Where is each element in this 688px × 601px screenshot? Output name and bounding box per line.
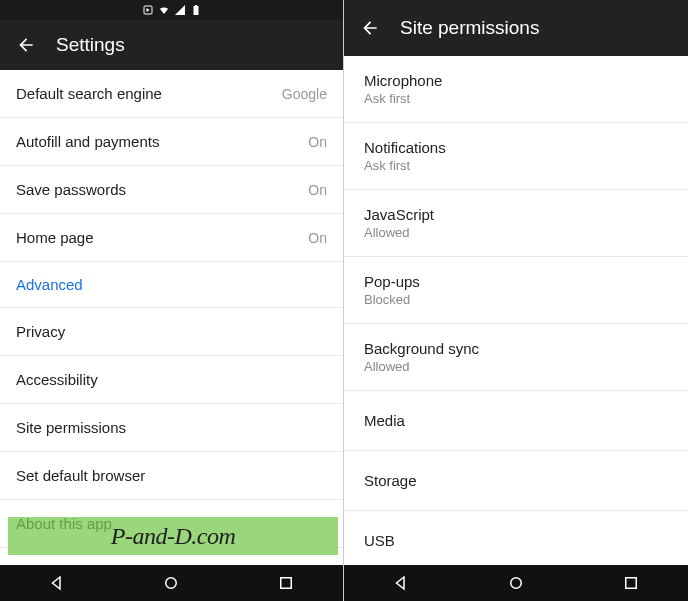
- back-arrow-icon: [16, 35, 36, 55]
- page-title: Settings: [56, 34, 125, 56]
- nav-home-icon: [162, 574, 180, 592]
- permission-background-sync[interactable]: Background sync Allowed: [344, 324, 688, 391]
- nav-bar: [0, 565, 343, 601]
- back-arrow-icon: [360, 18, 380, 38]
- permission-label: Background sync: [364, 340, 479, 357]
- setting-save-passwords[interactable]: Save passwords On: [0, 166, 343, 214]
- app-bar: Site permissions: [344, 0, 688, 56]
- setting-label: Home page: [16, 229, 94, 246]
- back-button[interactable]: [16, 35, 36, 55]
- setting-value: On: [308, 134, 327, 150]
- nav-recent[interactable]: [274, 571, 298, 595]
- nfc-icon: [142, 4, 154, 16]
- permission-notifications[interactable]: Notifications Ask first: [344, 123, 688, 190]
- permission-status: Ask first: [364, 91, 442, 106]
- setting-value: On: [308, 182, 327, 198]
- back-button[interactable]: [360, 18, 380, 38]
- setting-label: Site permissions: [16, 419, 126, 436]
- nav-home-icon: [507, 574, 525, 592]
- signal-icon: [174, 4, 186, 16]
- nav-back-icon: [392, 574, 410, 592]
- nav-home[interactable]: [159, 571, 183, 595]
- battery-icon: [190, 4, 202, 16]
- setting-set-default-browser[interactable]: Set default browser: [0, 452, 343, 500]
- setting-accessibility[interactable]: Accessibility: [0, 356, 343, 404]
- permission-label: Storage: [364, 472, 417, 489]
- permission-storage[interactable]: Storage: [344, 451, 688, 511]
- nav-recent-icon: [622, 574, 640, 592]
- nav-recent[interactable]: [619, 571, 643, 595]
- svg-rect-6: [625, 578, 636, 589]
- permission-status: Allowed: [364, 225, 434, 240]
- permission-label: Microphone: [364, 72, 442, 89]
- setting-label: About this app: [16, 515, 112, 532]
- setting-label: Accessibility: [16, 371, 98, 388]
- setting-site-permissions[interactable]: Site permissions: [0, 404, 343, 452]
- permission-label: Notifications: [364, 139, 446, 156]
- page-title: Site permissions: [400, 17, 539, 39]
- nav-bar: [344, 565, 688, 601]
- setting-autofill-payments[interactable]: Autofill and payments On: [0, 118, 343, 166]
- nav-back[interactable]: [45, 571, 69, 595]
- permission-javascript[interactable]: JavaScript Allowed: [344, 190, 688, 257]
- setting-label: Autofill and payments: [16, 133, 159, 150]
- setting-label: Default search engine: [16, 85, 162, 102]
- svg-point-5: [511, 578, 522, 589]
- settings-screen: Settings Default search engine Google Au…: [0, 0, 344, 601]
- setting-label: Set default browser: [16, 467, 145, 484]
- permission-popups[interactable]: Pop-ups Blocked: [344, 257, 688, 324]
- setting-home-page[interactable]: Home page On: [0, 214, 343, 262]
- nav-recent-icon: [277, 574, 295, 592]
- site-permissions-screen: Site permissions Microphone Ask first No…: [344, 0, 688, 601]
- app-bar: Settings: [0, 20, 343, 70]
- nav-back[interactable]: [389, 571, 413, 595]
- svg-rect-1: [193, 6, 198, 15]
- permission-label: Media: [364, 412, 405, 429]
- nav-home[interactable]: [504, 571, 528, 595]
- permission-label: JavaScript: [364, 206, 434, 223]
- permission-media[interactable]: Media: [344, 391, 688, 451]
- wifi-icon: [158, 4, 170, 16]
- permissions-list: Microphone Ask first Notifications Ask f…: [344, 56, 688, 565]
- status-bar: [0, 0, 343, 20]
- permission-status: Blocked: [364, 292, 420, 307]
- permission-label: USB: [364, 532, 395, 549]
- permission-usb[interactable]: USB: [344, 511, 688, 565]
- permission-status: Ask first: [364, 158, 446, 173]
- setting-privacy[interactable]: Privacy: [0, 308, 343, 356]
- setting-value: On: [308, 230, 327, 246]
- permission-label: Pop-ups: [364, 273, 420, 290]
- setting-label: Save passwords: [16, 181, 126, 198]
- setting-value: Google: [282, 86, 327, 102]
- svg-rect-4: [281, 578, 292, 589]
- setting-about-this-app[interactable]: About this app: [0, 500, 343, 548]
- nav-back-icon: [48, 574, 66, 592]
- permission-status: Allowed: [364, 359, 479, 374]
- section-advanced: Advanced: [0, 262, 343, 308]
- svg-point-3: [166, 578, 177, 589]
- permission-microphone[interactable]: Microphone Ask first: [344, 56, 688, 123]
- setting-label: Privacy: [16, 323, 65, 340]
- svg-rect-2: [195, 5, 197, 6]
- settings-list: Default search engine Google Autofill an…: [0, 70, 343, 565]
- setting-default-search-engine[interactable]: Default search engine Google: [0, 70, 343, 118]
